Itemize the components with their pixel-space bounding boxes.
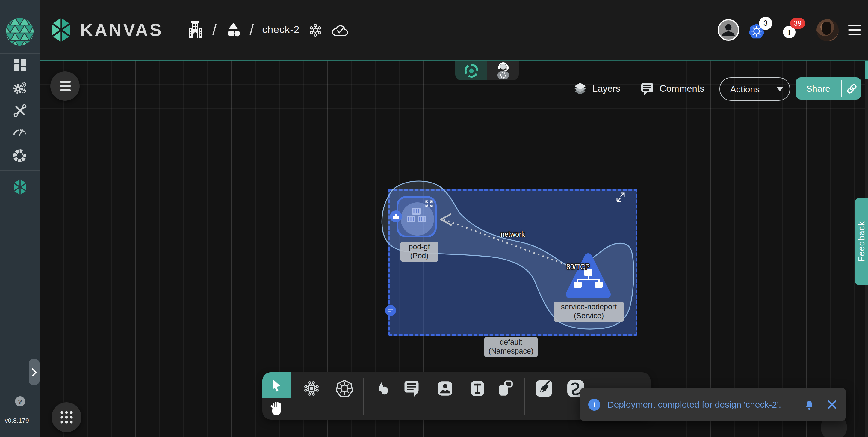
cloud-sync-icon[interactable] bbox=[331, 23, 349, 36]
toast-close-icon[interactable] bbox=[828, 400, 836, 409]
service-kind: (Service) bbox=[556, 312, 622, 321]
notification-count-badge: 39 bbox=[790, 18, 805, 29]
toolbar-divider-1 bbox=[363, 378, 364, 415]
chevron-right-icon bbox=[31, 368, 37, 376]
sidebar-item-dashboard[interactable] bbox=[0, 59, 39, 71]
organization-icon[interactable] bbox=[187, 20, 204, 39]
pod-label: pod-gf (Pod) bbox=[400, 241, 438, 262]
toast-bell-icon[interactable] bbox=[804, 399, 815, 410]
link-icon bbox=[846, 83, 857, 94]
pen-icon bbox=[535, 380, 553, 397]
share-label: Share bbox=[796, 83, 841, 93]
actions-dropdown-button[interactable] bbox=[770, 87, 789, 91]
support-agent-button[interactable] bbox=[487, 61, 519, 80]
anonymous-user-icon[interactable] bbox=[717, 19, 740, 41]
comments-button[interactable]: Comments bbox=[640, 77, 705, 100]
deployment-toast: i Deployment completed for design 'check… bbox=[580, 388, 846, 421]
gears-icon bbox=[12, 82, 27, 95]
environment-minibar bbox=[455, 61, 519, 80]
header-menu-button[interactable] bbox=[848, 24, 861, 36]
layers-button[interactable]: Layers bbox=[573, 77, 620, 100]
caret-down-icon bbox=[776, 87, 783, 91]
edge-port-label[interactable]: 80/TCP bbox=[566, 263, 590, 270]
canvas-scrollbar-thumb[interactable] bbox=[865, 61, 868, 79]
kubernetes-count-badge: 3 bbox=[759, 17, 772, 30]
sidebar-expand-button[interactable] bbox=[29, 359, 39, 385]
app-title: KANVAS bbox=[80, 20, 163, 40]
info-icon: i bbox=[588, 398, 600, 410]
sidebar-item-meshery[interactable] bbox=[0, 149, 39, 163]
design-name[interactable]: check-2 bbox=[262, 24, 300, 36]
toast-message: Deployment completed for design 'check-2… bbox=[608, 399, 804, 409]
actions-button[interactable]: Actions bbox=[719, 77, 790, 101]
pod-expand-icon[interactable] bbox=[425, 200, 433, 207]
comments-label: Comments bbox=[659, 83, 705, 94]
components-tool-button[interactable] bbox=[303, 380, 320, 397]
operator-spiral-icon bbox=[464, 63, 478, 78]
tools-icon bbox=[13, 104, 27, 117]
pod-status-badge[interactable] bbox=[390, 210, 402, 223]
hand-icon bbox=[270, 401, 284, 416]
designs-icon[interactable] bbox=[225, 22, 241, 38]
shapes-tool-button[interactable] bbox=[373, 380, 390, 397]
operator-button[interactable] bbox=[455, 61, 487, 80]
image-tool-button[interactable] bbox=[437, 380, 453, 397]
actions-label: Actions bbox=[720, 84, 770, 94]
text-tool-button[interactable] bbox=[470, 380, 485, 397]
kubernetes-context-switcher[interactable]: 3 bbox=[748, 17, 775, 43]
sidebar-item-settings[interactable] bbox=[0, 82, 39, 95]
comment-tool-button[interactable] bbox=[403, 380, 420, 397]
annotate-tool-button[interactable] bbox=[535, 380, 553, 397]
kubernetes-icon bbox=[336, 379, 353, 398]
copy-link-button[interactable] bbox=[842, 83, 861, 94]
text-icon bbox=[470, 380, 485, 397]
help-button[interactable]: ? bbox=[15, 396, 25, 406]
edge-relationship-label[interactable]: network bbox=[501, 231, 525, 238]
pod-containers-icon bbox=[405, 207, 428, 224]
breadcrumb-separator-2: / bbox=[249, 21, 254, 39]
feedback-tab[interactable]: Feedback bbox=[855, 198, 868, 285]
select-tool-button[interactable] bbox=[262, 372, 291, 398]
kanvas-app: network 80/TCP pod-gf (Pod) service-node… bbox=[0, 0, 868, 437]
sidebar-item-performance[interactable] bbox=[0, 126, 39, 136]
toolbar-divider-2 bbox=[524, 378, 525, 415]
layers-icon bbox=[573, 82, 587, 96]
pod-name: pod-gf bbox=[403, 243, 436, 252]
feedback-label: Feedback bbox=[857, 221, 866, 262]
service-name: service-nodeport bbox=[556, 303, 622, 312]
pod-node[interactable] bbox=[397, 196, 437, 237]
dot-grid-icon bbox=[59, 410, 74, 425]
cursor-icon bbox=[271, 379, 283, 392]
frame-icon bbox=[497, 380, 514, 397]
dashboard-icon bbox=[13, 59, 26, 71]
notification-center-button[interactable]: ! 39 bbox=[782, 16, 809, 44]
breadcrumb-separator-1: / bbox=[212, 21, 217, 39]
frame-tool-button[interactable] bbox=[497, 380, 514, 397]
share-button[interactable]: Share bbox=[796, 77, 861, 99]
namespace-name: default bbox=[487, 338, 535, 347]
service-label: service-nodeport (Service) bbox=[554, 301, 624, 322]
sidebar-item-kanvas[interactable] bbox=[0, 179, 39, 196]
canvas-menu-button[interactable] bbox=[50, 71, 80, 101]
apps-grid-button[interactable] bbox=[52, 402, 82, 432]
pan-tool-button[interactable] bbox=[270, 401, 284, 416]
comments-icon bbox=[640, 82, 654, 96]
namespace-kind: (Namespace) bbox=[487, 347, 535, 356]
image-icon bbox=[437, 380, 453, 397]
kanvas-logo-icon[interactable] bbox=[50, 18, 72, 42]
user-avatar[interactable] bbox=[816, 19, 839, 41]
shapes-icon bbox=[373, 380, 390, 397]
workflow-icon[interactable] bbox=[308, 23, 323, 37]
kubernetes-tool-button[interactable] bbox=[336, 379, 353, 398]
layers-label: Layers bbox=[592, 83, 620, 94]
support-agent-icon bbox=[495, 61, 511, 80]
comment-icon bbox=[403, 380, 420, 397]
sidebar-item-toolbox[interactable] bbox=[0, 104, 39, 117]
menu-icon bbox=[60, 81, 70, 82]
gauge-icon bbox=[12, 126, 28, 136]
app-version: v0.8.179 bbox=[5, 417, 29, 424]
canvas-top-border bbox=[39, 60, 868, 61]
meshery-logo[interactable] bbox=[5, 18, 34, 46]
namespace-label: default (Namespace) bbox=[484, 337, 538, 357]
app-header: KANVAS / bbox=[39, 0, 868, 60]
